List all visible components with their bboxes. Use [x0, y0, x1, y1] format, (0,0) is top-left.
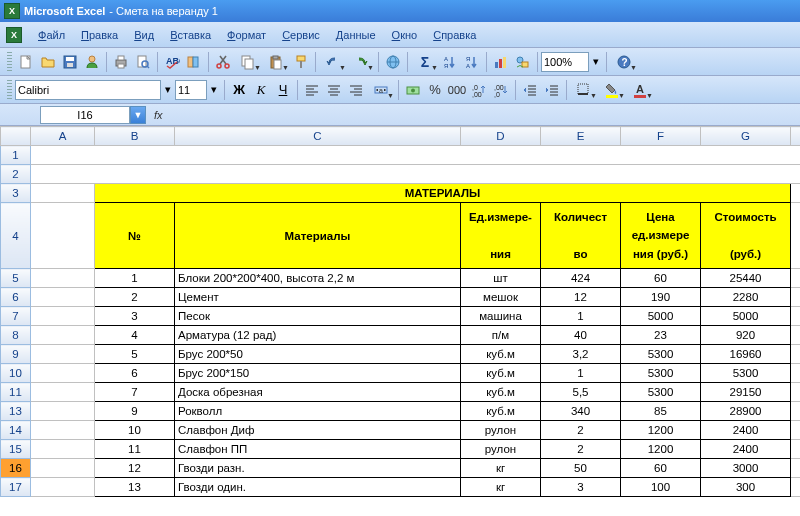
align-center-icon[interactable]	[323, 79, 345, 101]
font-color-icon[interactable]: A▼	[626, 79, 654, 101]
section-header[interactable]: МАТЕРИАЛЫ	[95, 184, 791, 203]
column-header[interactable]: A	[31, 127, 95, 146]
toolbar-grip[interactable]	[7, 52, 12, 72]
column-header[interactable]: F	[621, 127, 701, 146]
cell-cost[interactable]: 29150	[701, 383, 791, 402]
bold-button[interactable]: Ж	[228, 79, 250, 101]
workbook-icon[interactable]: X	[4, 26, 24, 44]
menu-данные[interactable]: Данные	[328, 26, 384, 44]
cell-material[interactable]: Славфон ПП	[175, 440, 461, 459]
cell-qty[interactable]: 3	[541, 478, 621, 497]
cell-num[interactable]: 3	[95, 307, 175, 326]
borders-icon[interactable]: ▼	[570, 79, 598, 101]
menu-вставка[interactable]: Вставка	[162, 26, 219, 44]
cell-num[interactable]: 6	[95, 364, 175, 383]
sort-asc-icon[interactable]: AЯ	[439, 51, 461, 73]
cell-price[interactable]: 60	[621, 459, 701, 478]
cell-material[interactable]: Брус 200*150	[175, 364, 461, 383]
save-icon[interactable]	[59, 51, 81, 73]
undo-icon[interactable]: ▼	[319, 51, 347, 73]
cell-unit[interactable]: куб.м	[461, 345, 541, 364]
column-header[interactable]: G	[701, 127, 791, 146]
hyperlink-icon[interactable]	[382, 51, 404, 73]
zoom-dropdown-icon[interactable]: ▾	[589, 51, 603, 73]
print-icon[interactable]	[110, 51, 132, 73]
col-price-header[interactable]: Ценаед.измерения (руб.)	[621, 203, 701, 269]
align-right-icon[interactable]	[345, 79, 367, 101]
row-header[interactable]: 6	[1, 288, 31, 307]
increase-decimal-icon[interactable]: ,0,00	[468, 79, 490, 101]
cell-unit[interactable]: куб.м	[461, 402, 541, 421]
cell-material[interactable]: Арматура (12 рад)	[175, 326, 461, 345]
toolbar-grip[interactable]	[7, 80, 12, 100]
merge-center-icon[interactable]: a▼	[367, 79, 395, 101]
cell-qty[interactable]: 3,2	[541, 345, 621, 364]
format-painter-icon[interactable]	[290, 51, 312, 73]
row-header[interactable]: 4	[1, 203, 31, 269]
cell-price[interactable]: 190	[621, 288, 701, 307]
cell-cost[interactable]: 300	[701, 478, 791, 497]
cell-qty[interactable]: 340	[541, 402, 621, 421]
cell-price[interactable]: 100	[621, 478, 701, 497]
cell-unit[interactable]: п/м	[461, 326, 541, 345]
autosum-icon[interactable]: Σ▼	[411, 51, 439, 73]
cell-material[interactable]: Доска обрезная	[175, 383, 461, 402]
zoom-input[interactable]	[541, 52, 589, 72]
row-header[interactable]: 5	[1, 269, 31, 288]
col-num-header[interactable]: №	[95, 203, 175, 269]
cell-num[interactable]: 13	[95, 478, 175, 497]
menu-файл[interactable]: Файл	[30, 26, 73, 44]
drawing-toolbar-icon[interactable]	[512, 51, 534, 73]
cell-unit[interactable]: машина	[461, 307, 541, 326]
cell-price[interactable]: 1200	[621, 440, 701, 459]
decrease-indent-icon[interactable]	[519, 79, 541, 101]
open-file-icon[interactable]	[37, 51, 59, 73]
cell-qty[interactable]: 12	[541, 288, 621, 307]
fill-color-icon[interactable]: ▼	[598, 79, 626, 101]
increase-indent-icon[interactable]	[541, 79, 563, 101]
cell-unit[interactable]: рулон	[461, 440, 541, 459]
cell-price[interactable]: 1200	[621, 421, 701, 440]
cell-cost[interactable]: 28900	[701, 402, 791, 421]
col-unit-header[interactable]: Ед.измере-ния	[461, 203, 541, 269]
cell-qty[interactable]: 2	[541, 440, 621, 459]
cell-cost[interactable]: 920	[701, 326, 791, 345]
new-file-icon[interactable]	[15, 51, 37, 73]
cell-cost[interactable]: 2400	[701, 440, 791, 459]
cell-cost[interactable]: 3000	[701, 459, 791, 478]
row-header[interactable]: 9	[1, 345, 31, 364]
column-header[interactable]: D	[461, 127, 541, 146]
cell-num[interactable]: 10	[95, 421, 175, 440]
cell-unit[interactable]: кг	[461, 459, 541, 478]
row-header[interactable]: 16	[1, 459, 31, 478]
cell-qty[interactable]: 5,5	[541, 383, 621, 402]
cell-cost[interactable]: 2400	[701, 421, 791, 440]
cell-num[interactable]: 4	[95, 326, 175, 345]
cell-material[interactable]: Песок	[175, 307, 461, 326]
copy-icon[interactable]: ▼	[234, 51, 262, 73]
cell-price[interactable]: 5000	[621, 307, 701, 326]
row-header[interactable]: 7	[1, 307, 31, 326]
cell-num[interactable]: 2	[95, 288, 175, 307]
print-preview-icon[interactable]	[132, 51, 154, 73]
help-icon[interactable]: ?▼	[610, 51, 638, 73]
chart-wizard-icon[interactable]	[490, 51, 512, 73]
cell-num[interactable]: 9	[95, 402, 175, 421]
cell-qty[interactable]: 1	[541, 364, 621, 383]
column-header[interactable]	[791, 127, 801, 146]
cell-material[interactable]: Цемент	[175, 288, 461, 307]
font-name-select[interactable]	[15, 80, 161, 100]
decrease-decimal-icon[interactable]: ,00,0	[490, 79, 512, 101]
paste-icon[interactable]: ▼	[262, 51, 290, 73]
menu-справка[interactable]: Справка	[425, 26, 484, 44]
menu-окно[interactable]: Окно	[384, 26, 426, 44]
cell-material[interactable]: Гвозди разн.	[175, 459, 461, 478]
cell-cost[interactable]: 5000	[701, 307, 791, 326]
name-box-dropdown-icon[interactable]: ▼	[130, 106, 146, 124]
col-material-header[interactable]: Материалы	[175, 203, 461, 269]
cell-num[interactable]: 5	[95, 345, 175, 364]
percent-icon[interactable]: %	[424, 79, 446, 101]
cell-material[interactable]: Славфон Диф	[175, 421, 461, 440]
row-header[interactable]: 10	[1, 364, 31, 383]
cell-material[interactable]: Брус 200*50	[175, 345, 461, 364]
